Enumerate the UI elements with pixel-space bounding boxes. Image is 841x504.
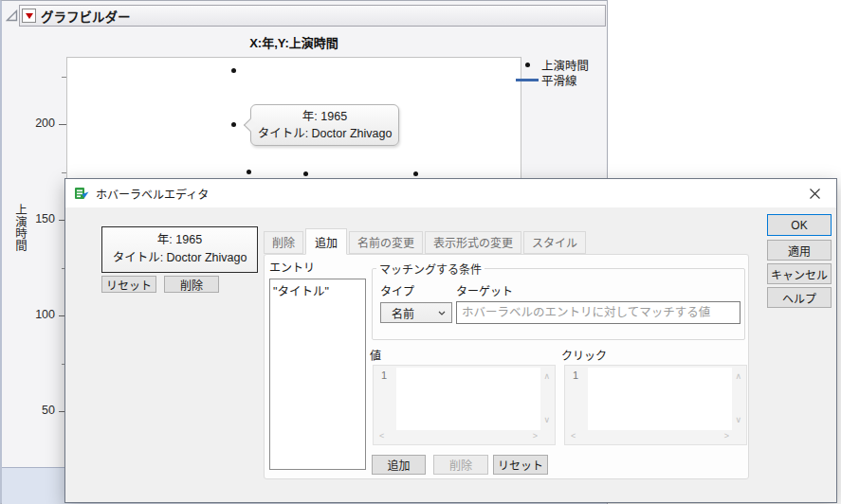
y-tick-label: 200	[19, 117, 55, 130]
legend-label: 平滑線	[541, 71, 577, 89]
reset-entries-button[interactable]: リセット	[493, 455, 548, 475]
hover-tooltip: 年: 1965 タイトル: Doctor Zhivago	[250, 104, 399, 146]
type-dropdown[interactable]: 名前	[380, 302, 452, 323]
preview-delete-button[interactable]: 削除	[164, 276, 219, 293]
red-triangle-menu-button[interactable]	[22, 9, 36, 23]
line-number: 1	[381, 369, 387, 381]
tab-名前の変更[interactable]: 名前の変更	[349, 231, 423, 254]
legend-item[interactable]: 平滑線	[515, 72, 589, 87]
close-button[interactable]	[794, 179, 836, 207]
tab-表示形式の変更[interactable]: 表示形式の変更	[425, 231, 521, 254]
value-script-editor[interactable]: 1 ∧ ∨ < >	[373, 365, 556, 445]
type-dropdown-value: 名前	[392, 305, 438, 321]
entry-list-item[interactable]: "タイトル"	[270, 279, 365, 301]
graph-builder-title: グラフビルダー	[41, 7, 131, 26]
line-number: 1	[573, 369, 578, 381]
line-marker-icon	[516, 79, 539, 81]
hover-label-editor-dialog: ホバーラベルエディタ 年: 1965 タイトル: Doctor Zhivago …	[64, 178, 837, 503]
scroll-left-icon[interactable]: <	[379, 432, 384, 441]
outline-disclosure-icon[interactable]	[6, 9, 18, 22]
point-marker-icon	[525, 63, 530, 67]
target-label: ターゲット	[456, 282, 513, 298]
tab-スタイル[interactable]: スタイル	[523, 231, 586, 254]
ok-button[interactable]: OK	[767, 214, 832, 236]
scroll-down-icon[interactable]: ∨	[543, 416, 550, 424]
scroll-down-icon[interactable]: ∨	[735, 416, 741, 424]
target-input[interactable]	[456, 301, 740, 324]
chart-title: X:年,Y:上演時間	[66, 33, 521, 51]
legend: 上演時間平滑線	[515, 57, 589, 87]
scroll-right-icon[interactable]: >	[533, 432, 538, 441]
hover-label-preview: 年: 1965 タイトル: Doctor Zhivago	[101, 226, 258, 273]
help-button[interactable]: ヘルプ	[767, 287, 832, 308]
tab-削除[interactable]: 削除	[264, 231, 303, 254]
legend-point-swatch	[515, 63, 539, 67]
tooltip-line2: タイトル: Doctor Zhivago	[251, 125, 398, 142]
click-script-editor[interactable]: 1 ∧ ∨ < >	[564, 365, 747, 445]
matching-group-label: マッチングする条件	[376, 261, 484, 277]
click-label: クリック	[561, 347, 607, 363]
entry-listbox[interactable]: "タイトル"	[269, 279, 366, 470]
tooltip-line1: 年: 1965	[251, 108, 398, 125]
y-tick-label: 50	[19, 404, 55, 417]
preview-reset-button[interactable]: リセット	[101, 276, 156, 293]
click-code-area[interactable]	[588, 368, 732, 430]
tab-panel-add: エントリ "タイトル" マッチングする条件 タイプ 名前 ターゲット 値 クリッ…	[264, 254, 749, 479]
preview-line1: 年: 1965	[102, 231, 257, 249]
chevron-down-icon	[438, 311, 446, 315]
apply-button[interactable]: 適用	[767, 240, 832, 261]
graph-builder-header[interactable]: グラフビルダー	[19, 5, 606, 27]
matching-conditions-group: マッチングする条件 タイプ 名前 ターゲット	[372, 261, 745, 340]
preview-line2: タイトル: Doctor Zhivago	[102, 249, 257, 267]
data-point[interactable]	[231, 122, 236, 127]
scroll-left-icon[interactable]: <	[571, 432, 576, 441]
dialog-titlebar[interactable]: ホバーラベルエディタ	[65, 179, 836, 207]
delete-entry-button[interactable]: 削除	[433, 455, 488, 475]
red-triangle-icon	[26, 13, 33, 19]
cancel-button[interactable]: キャンセル	[767, 263, 832, 284]
type-label: タイプ	[380, 282, 414, 298]
tab-bar: 削除追加名前の変更表示形式の変更スタイル	[264, 231, 588, 254]
y-major-tick	[59, 124, 66, 125]
scroll-right-icon[interactable]: >	[724, 432, 729, 441]
tab-追加[interactable]: 追加	[305, 228, 347, 255]
scroll-up-icon[interactable]: ∧	[543, 372, 550, 381]
screen: グラフビルダー X:年,Y:上演時間 上演時間 50100150200 年: 1…	[0, 0, 841, 504]
y-tick-label: 100	[19, 308, 55, 321]
value-code-area[interactable]	[396, 368, 540, 430]
scroll-up-icon[interactable]: ∧	[735, 372, 741, 381]
jmp-app-icon	[74, 186, 89, 201]
add-entry-button[interactable]: 追加	[372, 455, 426, 475]
value-label: 値	[370, 347, 381, 363]
dialog-title: ホバーラベルエディタ	[96, 186, 209, 202]
data-point[interactable]	[247, 170, 251, 174]
legend-line-swatch	[515, 79, 539, 81]
y-tick-label: 150	[19, 212, 55, 225]
y-axis-label: 上演時間	[11, 204, 29, 251]
close-icon	[810, 189, 820, 199]
entry-label: エントリ	[269, 259, 315, 275]
